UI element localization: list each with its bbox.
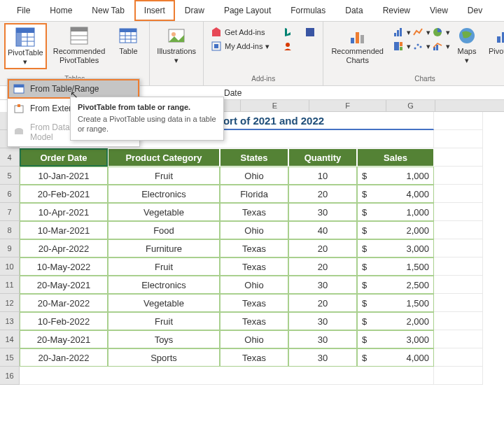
table-cell[interactable]: 20-Jan-2022	[20, 348, 108, 367]
row-8[interactable]: 8	[0, 221, 20, 239]
maps-button[interactable]: Maps ▾	[450, 23, 484, 66]
chart-scatter-button[interactable]: ▾	[410, 40, 428, 52]
table-cell[interactable]: Toys	[108, 330, 220, 348]
table-cell[interactable]: Vegetable	[108, 294, 220, 312]
pivotchart-button[interactable]: PivotCha	[486, 23, 504, 57]
row-13[interactable]: 13	[0, 312, 20, 330]
table-cell[interactable]: Texas	[220, 348, 288, 367]
tab-review[interactable]: Review	[373, 0, 420, 21]
table-cell[interactable]: 20-Mar-2022	[20, 294, 108, 312]
row-10[interactable]: 10	[0, 257, 20, 276]
table-cell[interactable]: $2,000	[357, 221, 434, 239]
table-cell[interactable]: 20-May-2021	[20, 276, 108, 294]
table-cell[interactable]: Furniture	[108, 239, 220, 257]
cell[interactable]	[434, 257, 483, 276]
get-addins-button[interactable]: Get Add-ins	[208, 26, 272, 38]
table-cell[interactable]: Ohio	[220, 276, 288, 294]
cell[interactable]	[434, 330, 483, 348]
table-cell[interactable]: Texas	[220, 239, 288, 257]
table-cell[interactable]: Electronics	[108, 276, 220, 294]
table-cell[interactable]: 10-Apr-2021	[20, 203, 108, 221]
table-cell[interactable]: 20	[288, 257, 357, 276]
cell[interactable]	[20, 367, 434, 385]
col-f[interactable]: F	[309, 100, 386, 111]
table-cell[interactable]: Texas	[220, 203, 288, 221]
tab-insert[interactable]: Insert	[134, 0, 175, 21]
cell[interactable]	[434, 294, 483, 312]
row-5[interactable]: 5	[0, 167, 20, 185]
cell[interactable]	[434, 185, 483, 203]
cell[interactable]	[434, 367, 483, 385]
table-cell[interactable]: Vegetable	[108, 203, 220, 221]
table-button[interactable]: Table	[111, 23, 145, 57]
cell[interactable]	[434, 276, 483, 294]
tab-formulas[interactable]: Formulas	[281, 0, 335, 21]
table-cell[interactable]: Texas	[220, 257, 288, 276]
chart-bar-button[interactable]: ▾	[390, 26, 408, 38]
table-cell[interactable]: Fruit	[108, 257, 220, 276]
table-cell[interactable]: Food	[108, 221, 220, 239]
bing-button[interactable]	[279, 26, 296, 38]
cell[interactable]	[434, 148, 483, 167]
header-sales[interactable]: Sales	[357, 148, 434, 167]
visio-button[interactable]	[302, 26, 318, 38]
cell[interactable]	[434, 203, 483, 221]
table-cell[interactable]: $2,500	[357, 276, 434, 294]
table-cell[interactable]: 30	[288, 276, 357, 294]
cell[interactable]	[434, 167, 483, 185]
cell[interactable]	[434, 112, 483, 130]
row-12[interactable]: 12	[0, 294, 20, 312]
table-cell[interactable]: Texas	[220, 294, 288, 312]
tab-view[interactable]: View	[420, 0, 458, 21]
row-6[interactable]: 6	[0, 185, 20, 203]
illustrations-button[interactable]: Illustrations ▾	[154, 23, 199, 66]
table-cell[interactable]: 30	[288, 330, 357, 348]
header-quantity[interactable]: Quantity	[288, 148, 357, 167]
table-cell[interactable]: 20-Apr-2022	[20, 239, 108, 257]
table-cell[interactable]: $1,500	[357, 294, 434, 312]
cell[interactable]	[434, 312, 483, 330]
table-cell[interactable]: 10	[288, 167, 357, 185]
table-cell[interactable]: Fruit	[108, 312, 220, 330]
table-cell[interactable]: Florida	[220, 185, 288, 203]
table-cell[interactable]: $4,000	[357, 185, 434, 203]
recommended-charts-button[interactable]: Recommended Charts	[328, 23, 387, 66]
table-cell[interactable]: Fruit	[108, 167, 220, 185]
cell[interactable]	[434, 221, 483, 239]
table-cell[interactable]: $1,000	[357, 167, 434, 185]
table-cell[interactable]: 10-Feb-2022	[20, 312, 108, 330]
table-cell[interactable]: 10-May-2022	[20, 257, 108, 276]
row-15[interactable]: 15	[0, 348, 20, 367]
table-cell[interactable]: 10-Mar-2021	[20, 221, 108, 239]
cell[interactable]	[434, 239, 483, 257]
table-cell[interactable]: Texas	[220, 312, 288, 330]
table-cell[interactable]: 30	[288, 348, 357, 367]
tab-newtab[interactable]: New Tab	[82, 0, 134, 21]
row-4[interactable]: 4	[0, 148, 20, 167]
table-cell[interactable]: $3,000	[357, 239, 434, 257]
header-category[interactable]: Product Category	[108, 148, 220, 167]
chart-combo-button[interactable]: ▾	[429, 40, 447, 52]
col-e[interactable]: E	[241, 100, 309, 111]
table-cell[interactable]: $1,000	[357, 203, 434, 221]
people-button[interactable]	[279, 40, 296, 52]
row-11[interactable]: 11	[0, 276, 20, 294]
table-cell[interactable]: $1,500	[357, 257, 434, 276]
tab-data[interactable]: Data	[335, 0, 372, 21]
table-cell[interactable]: Ohio	[220, 167, 288, 185]
table-cell[interactable]: 20-May-2021	[20, 330, 108, 348]
tab-pagelayout[interactable]: Page Layout	[214, 0, 281, 21]
tab-dev[interactable]: Dev	[458, 0, 492, 21]
row-14[interactable]: 14	[0, 330, 20, 348]
pivottable-button[interactable]: PivotTable ▾	[4, 23, 47, 69]
tab-file[interactable]: File	[7, 0, 40, 21]
chart-pie-button[interactable]: ▾	[429, 26, 447, 38]
table-cell[interactable]: 30	[288, 203, 357, 221]
table-cell[interactable]: $4,000	[357, 348, 434, 367]
table-cell[interactable]: 30	[288, 312, 357, 330]
row-9[interactable]: 9	[0, 239, 20, 257]
table-cell[interactable]: 20	[288, 239, 357, 257]
cell[interactable]	[434, 348, 483, 367]
chart-line-button[interactable]: ▾	[410, 26, 428, 38]
table-cell[interactable]: Electronics	[108, 185, 220, 203]
